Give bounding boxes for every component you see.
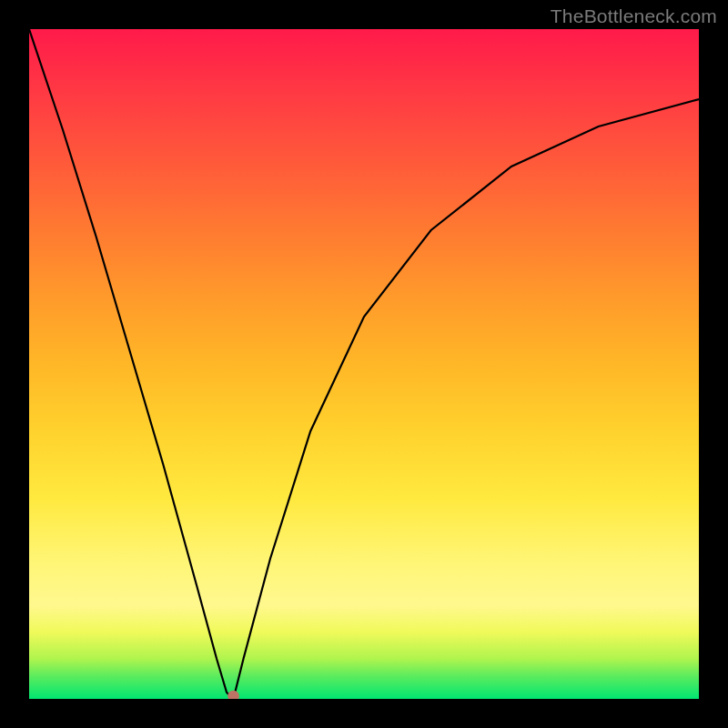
plot-area bbox=[29, 29, 699, 699]
optimal-point-marker bbox=[228, 691, 239, 699]
watermark-text: TheBottleneck.com bbox=[551, 5, 717, 27]
bottleneck-curve bbox=[29, 29, 699, 699]
curve-layer bbox=[29, 29, 699, 699]
chart-frame: TheBottleneck.com bbox=[0, 0, 728, 728]
